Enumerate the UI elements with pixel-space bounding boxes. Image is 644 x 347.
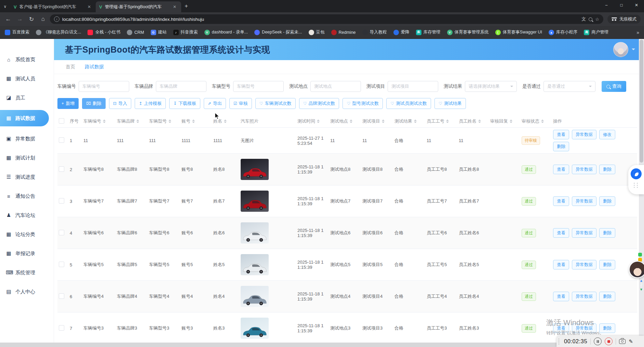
bookmark-item[interactable]: ▲ 库存小程序 [549, 29, 578, 35]
row-action-button[interactable]: 异常数据 [572, 292, 596, 301]
sort-icon[interactable] [103, 120, 106, 123]
bookmark-item[interactable]: CRM [127, 30, 144, 35]
toolbar-button[interactable]: ♡测试结果 [434, 98, 466, 109]
sort-icon[interactable] [510, 120, 512, 123]
row-action-button[interactable]: 异常数据 [572, 260, 596, 269]
row-checkbox[interactable] [59, 293, 64, 299]
row-action-button[interactable]: 修改 [599, 130, 615, 139]
recorder-grip-icon[interactable] [559, 338, 561, 345]
row-action-button[interactable]: 删除 [599, 292, 615, 301]
row-action-button[interactable]: 删除 [599, 260, 615, 269]
column-header[interactable]: 测试地点 [329, 115, 361, 128]
address-bar[interactable]: i localhost:8080/springboot9859us78/admi… [50, 14, 603, 24]
bookmark-item[interactable]: 全栈 - 小红书 [88, 29, 120, 35]
column-header[interactable]: 姓名 [212, 115, 239, 128]
row-action-button[interactable]: 异常数据 [572, 196, 596, 206]
row-action-button[interactable]: 删除 [599, 228, 615, 238]
sort-icon[interactable] [478, 120, 481, 123]
toolbar-button[interactable]: ⌧删除 [82, 98, 106, 109]
breadcrumb-item[interactable]: 首页 [66, 64, 75, 70]
sidebar-item[interactable]: ▦ 路试数据 [0, 110, 49, 126]
toolbar-button[interactable]: ↥上传模板 [135, 98, 166, 109]
bookmarks-overflow-icon[interactable]: » [636, 30, 639, 35]
sidebar-item[interactable]: ▤ 个人中心 [0, 285, 54, 299]
bookmark-item[interactable]: 导入教程 [362, 29, 387, 35]
stop-icon[interactable] [605, 337, 613, 345]
bookmark-item[interactable]: V dashboard - 录单... [204, 29, 248, 35]
column-header[interactable]: 审核状态 [520, 115, 552, 128]
forward-icon[interactable]: → [15, 16, 25, 23]
sidebar-item[interactable]: ⌂ 系统首页 [0, 53, 54, 66]
text-input[interactable]: 车辆型号 [233, 81, 284, 92]
text-input[interactable]: 测试项目 [388, 81, 438, 92]
toolbar-button[interactable]: ♡型号测试次数 [343, 98, 383, 109]
row-action-button[interactable]: 查看 [553, 292, 569, 301]
sidebar-item[interactable]: ▣ 异常数据 [0, 132, 54, 145]
sidebar-item[interactable]: ☰ 测试进度 [0, 170, 54, 184]
bookmark-item[interactable]: 豆包 [309, 29, 325, 35]
row-checkbox[interactable] [59, 262, 64, 267]
bookmark-item[interactable]: { 体育赛事Swagger UI [495, 29, 542, 35]
column-header[interactable]: 测试结果 [393, 115, 425, 128]
bookmark-item[interactable]: 库 库存管理 [416, 29, 441, 35]
text-input[interactable]: 车辆品牌 [156, 81, 206, 92]
sort-icon[interactable] [350, 120, 352, 123]
star-icon[interactable]: ☆ [595, 17, 599, 22]
bookmark-item[interactable]: Redmine [331, 30, 356, 35]
sort-icon[interactable] [192, 120, 195, 123]
sidebar-item[interactable]: ◪ 员工 [0, 91, 54, 105]
back-icon[interactable]: ← [3, 16, 13, 23]
row-action-button[interactable]: 异常数据 [572, 130, 596, 139]
text-input[interactable]: 测试地点 [310, 81, 361, 92]
avatar-dropdown-icon[interactable] [632, 48, 635, 52]
bookmark-item[interactable]: G 建站 [151, 29, 167, 35]
sort-icon[interactable] [224, 120, 227, 123]
row-action-button[interactable]: 删除 [553, 142, 569, 151]
browser-tab[interactable]: V 客户端-基于SpringBoot的汽车 ✕ [10, 1, 96, 12]
arrow-down-icon[interactable]: ▼ [640, 288, 643, 291]
toolbar-button[interactable]: ⇗导出 [204, 98, 226, 109]
reload-icon[interactable]: ↻ [27, 16, 36, 23]
bookmark-item[interactable]: 百度搜索 [5, 29, 29, 35]
translate-icon[interactable]: 文 [581, 16, 586, 22]
column-header[interactable]: 车辆编号 [82, 115, 116, 128]
bookmark-item[interactable]: ♪ 抖音搜索 [173, 29, 198, 35]
row-action-button[interactable]: 异常数据 [572, 165, 596, 174]
sidebar-item[interactable]: ⌨ 系统管理 [0, 266, 54, 279]
bookmark-item[interactable]: 商 商户管理 [584, 29, 608, 35]
breadcrumb-item[interactable]: 路试数据 [85, 64, 104, 70]
column-header[interactable]: 车辆型号 [148, 115, 180, 128]
green-dot-icon[interactable] [638, 253, 642, 256]
row-action-button[interactable]: 异常数据 [572, 228, 596, 238]
minimize-button[interactable]: – [599, 0, 614, 10]
toolbar-button[interactable]: ☑审核 [229, 98, 252, 109]
row-action-button[interactable]: 删除 [599, 196, 615, 206]
tab-close-icon[interactable]: ✕ [86, 4, 92, 10]
pause-icon[interactable] [594, 337, 602, 345]
row-action-button[interactable]: 删除 [599, 165, 615, 174]
sidebar-item[interactable]: ▦ 举报记录 [0, 247, 54, 260]
column-header[interactable]: 员工工号 [425, 115, 457, 128]
row-checkbox[interactable] [59, 166, 64, 172]
tab-close-icon[interactable]: ✕ [172, 4, 178, 10]
bookmark-item[interactable]: 《聊斋志异白话文... [36, 29, 81, 35]
sidebar-item[interactable]: ▦ 测试计划 [0, 151, 54, 165]
tab-search-icon[interactable]: ∨ [0, 4, 10, 12]
sidebar-item[interactable]: ▦ 论坛分类 [0, 227, 54, 241]
column-header[interactable]: 账号 [180, 115, 212, 128]
bookmark-item[interactable]: DeepSeek - 探索未... [254, 29, 302, 35]
close-button[interactable]: ✕ [629, 0, 644, 10]
sort-icon[interactable] [382, 120, 385, 123]
row-checkbox[interactable] [59, 137, 64, 143]
sort-icon[interactable] [317, 120, 320, 123]
sort-icon[interactable] [414, 120, 417, 123]
user-avatar[interactable] [613, 42, 628, 57]
assistant-icon[interactable] [631, 168, 642, 179]
toolbar-button[interactable]: ♡品牌测试次数 [299, 98, 339, 109]
column-header[interactable]: 车辆品牌 [116, 115, 148, 128]
zoom-icon[interactable] [589, 17, 592, 21]
arrow-up-icon[interactable]: ▲ [640, 279, 643, 282]
sort-icon[interactable] [136, 120, 139, 123]
bookmark-item[interactable]: V 体育赛事管理系统 [447, 29, 489, 35]
toolbar-button[interactable]: ⊡导入 [109, 98, 131, 109]
